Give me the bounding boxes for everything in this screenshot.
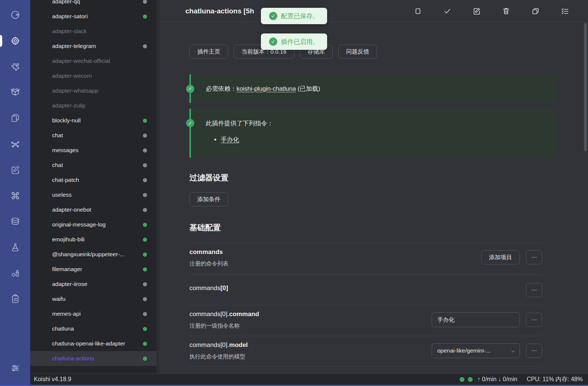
command-list-item: 手办化	[221, 136, 556, 144]
sidebar-item[interactable]: chat-patch	[30, 173, 159, 187]
model-select[interactable]: openai-like/gemini-...	[432, 343, 520, 358]
sidebar-item[interactable]: adapter-zulip	[30, 98, 159, 113]
sidebar-item[interactable]: filemanager	[30, 262, 159, 277]
sidebar-item[interactable]: adapter-wecom	[30, 68, 159, 83]
sidebar-item-label: adapter-whatsapp	[52, 87, 98, 94]
filter-section-title: 过滤器设置	[189, 173, 229, 183]
sidebar-item-label: adapter-zulip	[52, 102, 86, 109]
gear-icon[interactable]	[10, 36, 20, 46]
add-condition-button[interactable]: 添加条件	[189, 192, 228, 206]
plugin-status-dot	[143, 134, 147, 138]
sidebar-item-label: messages	[52, 147, 79, 154]
dependency-link[interactable]: koishi-plugin-chatluna	[237, 85, 296, 92]
trash-icon[interactable]	[502, 7, 510, 15]
config-key: commands[0].command	[189, 311, 259, 318]
link-button[interactable]: 问题反馈	[338, 45, 377, 59]
sidebar-item[interactable]: blockly-null	[30, 113, 159, 128]
sidebar-item[interactable]: adapter-satori	[30, 9, 159, 24]
success-check-icon: ✓	[186, 85, 194, 93]
database-icon[interactable]	[10, 216, 20, 227]
plugin-status-dot	[143, 342, 147, 346]
sidebar-item[interactable]: adapter-telegram	[30, 39, 159, 54]
basic-section-title: 基础配置	[189, 222, 221, 233]
plugin-sidebar: adapter-qq adapter-satori adapter-slack …	[30, 0, 159, 373]
sidebar-item[interactable]: original-message-log	[30, 217, 159, 232]
config-desc: 注册的命令列表	[189, 260, 229, 267]
config-desc: 执行此命令使用的模型	[189, 353, 245, 360]
sidebar-item[interactable]: memes-api	[30, 306, 159, 321]
sidebar-item-label: blockly-null	[52, 117, 81, 124]
toast-check-icon: ✓	[269, 38, 277, 46]
checklist-icon[interactable]	[561, 7, 569, 15]
duplicate-icon[interactable]	[531, 7, 540, 15]
more-button[interactable]: ⋯	[526, 250, 542, 264]
command-name-input[interactable]	[432, 312, 520, 327]
network-rate: ↑ 0/min ↓ 0/min	[477, 376, 518, 383]
config-desc: 注册的一级指令名称	[189, 322, 240, 329]
shapes-icon[interactable]	[10, 268, 20, 279]
maximize-icon[interactable]	[414, 7, 422, 15]
koishi-logo-icon[interactable]	[10, 10, 20, 20]
sidebar-item[interactable]: adapter-slack	[30, 24, 159, 39]
plugin-status-dot	[143, 0, 147, 4]
sidebar-item[interactable]: @shangxueink/puppeteer-...	[30, 247, 159, 262]
sidebar-item[interactable]: adapter-wechat-official	[30, 54, 159, 68]
chevron-down-icon	[511, 348, 515, 353]
sidebar-item-label: memes-api	[52, 311, 81, 317]
config-table: commands 注册的命令列表 添加项目 ⋯ commands[0] ⋯ co…	[189, 243, 542, 367]
check-icon[interactable]	[443, 7, 451, 15]
sidebar-item[interactable]: adapter-iirose	[30, 277, 159, 292]
package-box-icon[interactable]	[10, 87, 20, 97]
sidebar-item-label: adapter-telegram	[52, 43, 96, 49]
pages-icon[interactable]	[10, 113, 20, 123]
command-link[interactable]: 手办化	[221, 136, 239, 143]
clipboard-check-icon[interactable]	[10, 294, 20, 304]
cpu-memory-usage: CPU: 11% 内存: 48%	[527, 376, 583, 383]
sidebar-item[interactable]: useless	[30, 187, 159, 202]
commands-alert-title: 此插件提供了下列指令：	[189, 109, 556, 128]
plugin-status-dot	[143, 327, 147, 331]
activity-rail: ⌘	[0, 0, 30, 386]
compose-icon[interactable]	[10, 165, 20, 175]
toast-text: 插件已启用。	[281, 38, 319, 46]
main-scrollbar[interactable]	[584, 23, 587, 151]
sidebar-item[interactable]: chatluna-openai-like-adapter	[30, 336, 159, 351]
page-title: chatluna-actions [5h	[185, 7, 254, 15]
sidebar-item[interactable]: adapter-qq	[30, 0, 159, 9]
plugin-status-dot	[143, 119, 147, 123]
plugin-status-dot	[143, 208, 147, 212]
dependency-alert: ✓ 必需依赖：koishi-plugin-chatluna (已加载)	[189, 74, 556, 103]
sidebar-item[interactable]: chatluna	[30, 321, 159, 336]
sidebar-item[interactable]: chatluna-actions	[30, 351, 159, 366]
koishi-version: Koishi v4.18.9	[30, 376, 71, 383]
add-item-button[interactable]: 添加项目	[481, 250, 520, 264]
plugin-status-dot	[143, 178, 147, 182]
sidebar-item[interactable]: messages	[30, 143, 159, 158]
sidebar-item[interactable]: adapter-onebot	[30, 202, 159, 217]
plugin-status-dot	[143, 148, 147, 152]
config-row-command: commands[0].command 注册的一级指令名称 ⋯	[189, 305, 542, 336]
network-graph-icon[interactable]	[10, 139, 20, 149]
flask-icon[interactable]	[10, 242, 20, 252]
sidebar-scrollbar[interactable]	[156, 0, 159, 373]
plugin-status-dot	[143, 282, 147, 286]
sidebar-item[interactable]: chat	[30, 128, 159, 143]
command-key-icon[interactable]: ⌘	[10, 191, 20, 201]
sliders-icon[interactable]	[10, 363, 20, 373]
status-dot-green	[460, 377, 464, 382]
success-check-icon: ✓	[186, 119, 194, 127]
sidebar-item[interactable]: emojihub-bili	[30, 232, 159, 247]
sidebar-item[interactable]: adapter-whatsapp	[30, 83, 159, 98]
edit-icon[interactable]	[473, 7, 481, 15]
more-button[interactable]: ⋯	[526, 344, 542, 358]
command-list: 手办化	[221, 136, 556, 144]
more-button[interactable]: ⋯	[526, 313, 542, 327]
link-button[interactable]: 插件主页	[189, 45, 228, 59]
sidebar-item-label: chatluna-openai-like-adapter	[52, 340, 125, 347]
puzzle-icon[interactable]	[10, 62, 20, 72]
plugin-status-dot	[143, 163, 147, 167]
sidebar-item[interactable]: chat	[30, 158, 159, 173]
more-button[interactable]: ⋯	[526, 283, 542, 297]
sidebar-item[interactable]: waifu	[30, 292, 159, 306]
dependency-text: 必需依赖：koishi-plugin-chatluna (已加载)	[189, 85, 320, 93]
